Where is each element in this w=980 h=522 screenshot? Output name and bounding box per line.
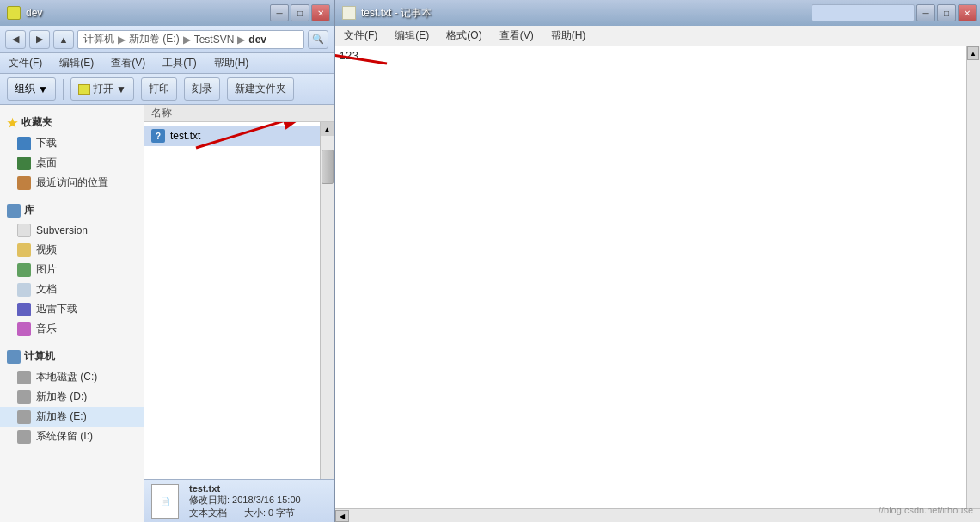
explorer-title-controls: ─ □ ✕ bbox=[270, 4, 330, 21]
path-part-4: dev bbox=[248, 34, 266, 46]
notepad-menu-help[interactable]: 帮助(H) bbox=[548, 27, 590, 45]
path-part-1: 计算机 bbox=[83, 32, 114, 46]
computer-header: 计算机 bbox=[0, 346, 144, 367]
new-folder-label: 新建文件夹 bbox=[235, 82, 286, 96]
notepad-title-text: test.txt - 记事本 bbox=[361, 6, 432, 21]
notepad-title-left: test.txt - 记事本 bbox=[342, 6, 432, 21]
status-modified: 修改日期: 2018/3/16 15:00 bbox=[189, 494, 301, 507]
video-icon bbox=[17, 243, 31, 257]
explorer-close-btn[interactable]: ✕ bbox=[311, 4, 330, 21]
status-info: test.txt 修改日期: 2018/3/16 15:00 文本文档 大小: … bbox=[189, 483, 301, 519]
status-filename: test.txt bbox=[189, 483, 301, 494]
path-part-3: TestSVN bbox=[194, 34, 235, 46]
explorer-title-text: dev bbox=[26, 7, 42, 19]
sidebar-item-c-drive[interactable]: 本地磁盘 (C:) bbox=[0, 367, 144, 387]
status-type: 文本文档 bbox=[189, 507, 227, 519]
organize-btn[interactable]: 组织 ▼ bbox=[7, 77, 56, 101]
status-bar: 📄 test.txt 修改日期: 2018/3/16 15:00 文本文档 大小… bbox=[144, 479, 334, 522]
notepad-hscrollbar[interactable]: ◀ bbox=[335, 508, 980, 522]
sidebar-item-thunder[interactable]: 迅雷下载 bbox=[0, 299, 144, 319]
notepad-menu-file[interactable]: 文件(F) bbox=[340, 27, 381, 45]
organize-label: 组织 bbox=[15, 82, 35, 96]
notepad-text: 123 bbox=[339, 50, 358, 63]
sidebar-item-documents[interactable]: 文档 bbox=[0, 279, 144, 299]
address-path[interactable]: 计算机 ▶ 新加卷 (E:) ▶ TestSVN ▶ dev bbox=[77, 30, 304, 49]
status-size: 大小: 0 字节 bbox=[244, 507, 295, 519]
sidebar-item-recent[interactable]: 最近访问的位置 bbox=[0, 173, 144, 193]
print-btn[interactable]: 打印 bbox=[141, 77, 177, 101]
menu-edit[interactable]: 编辑(E) bbox=[56, 54, 97, 72]
explorer-pane: dev ─ □ ✕ ◀ ▶ ▲ 计算机 ▶ 新加卷 (E:) ▶ TestSVN… bbox=[0, 0, 335, 522]
sidebar-item-e-drive[interactable]: 新加卷 (E:) bbox=[0, 407, 144, 427]
explorer-menu-bar: 文件(F) 编辑(E) 查看(V) 工具(T) 帮助(H) bbox=[0, 53, 334, 74]
scroll-up-btn[interactable]: ▲ bbox=[321, 122, 334, 136]
explorer-maximize-btn[interactable]: □ bbox=[291, 4, 309, 21]
video-label: 视频 bbox=[36, 243, 57, 257]
i-drive-label: 系统保留 (I:) bbox=[36, 429, 93, 444]
menu-tools[interactable]: 工具(T) bbox=[159, 54, 199, 72]
address-bar: ◀ ▶ ▲ 计算机 ▶ 新加卷 (E:) ▶ TestSVN ▶ dev 🔍 bbox=[0, 26, 334, 53]
menu-file[interactable]: 文件(F) bbox=[5, 54, 46, 72]
c-drive-label: 本地磁盘 (C:) bbox=[36, 370, 97, 384]
file-list-scrollbar[interactable]: ▲ bbox=[320, 122, 334, 479]
notepad-scroll-up[interactable]: ▲ bbox=[967, 46, 979, 60]
notepad-minimize-btn[interactable]: ─ bbox=[916, 4, 935, 21]
file-list: ? test.txt bbox=[144, 122, 320, 479]
notepad-search-bar[interactable] bbox=[812, 4, 915, 21]
notepad-scrollbar[interactable]: ▲ bbox=[966, 46, 980, 508]
search-btn[interactable]: 🔍 bbox=[308, 30, 328, 49]
sidebar-item-video[interactable]: 视频 bbox=[0, 240, 144, 260]
music-icon bbox=[17, 322, 31, 336]
pictures-icon bbox=[17, 263, 31, 277]
back-btn[interactable]: ◀ bbox=[5, 30, 26, 49]
forward-btn[interactable]: ▶ bbox=[29, 30, 50, 49]
e-drive-icon bbox=[17, 410, 31, 424]
documents-label: 文档 bbox=[36, 282, 57, 297]
sidebar-item-music[interactable]: 音乐 bbox=[0, 319, 144, 339]
open-label: 打开 bbox=[93, 82, 113, 96]
file-item-test-txt[interactable]: ? test.txt bbox=[144, 126, 320, 146]
explorer-title-left: dev bbox=[7, 6, 42, 20]
sidebar-item-downloads[interactable]: 下载 bbox=[0, 133, 144, 153]
notepad-menu-format[interactable]: 格式(O) bbox=[443, 27, 485, 45]
sidebar-item-pictures[interactable]: 图片 bbox=[0, 260, 144, 279]
scroll-thumb[interactable] bbox=[322, 150, 334, 184]
new-folder-btn[interactable]: 新建文件夹 bbox=[227, 77, 294, 101]
sidebar-item-desktop[interactable]: 桌面 bbox=[0, 153, 144, 173]
library-icon bbox=[7, 204, 21, 218]
up-btn[interactable]: ▲ bbox=[53, 30, 74, 49]
nav-sidebar: ★ 收藏夹 下载 桌面 最近访问的位置 bbox=[0, 105, 144, 522]
file-area: 名称 ? test.txt bbox=[144, 105, 334, 522]
star-icon: ★ bbox=[7, 116, 18, 130]
open-btn[interactable]: 打开 ▼ bbox=[70, 77, 134, 101]
notepad-maximize-btn[interactable]: □ bbox=[937, 4, 956, 21]
explorer-content: ★ 收藏夹 下载 桌面 最近访问的位置 bbox=[0, 105, 334, 522]
explorer-title-icon bbox=[7, 6, 21, 20]
sidebar-item-i-drive[interactable]: 系统保留 (I:) bbox=[0, 427, 144, 446]
notepad-menu-edit[interactable]: 编辑(E) bbox=[391, 27, 432, 45]
menu-view[interactable]: 查看(V) bbox=[107, 54, 149, 72]
favorites-label: 收藏夹 bbox=[21, 115, 52, 130]
notepad-menu-view[interactable]: 查看(V) bbox=[496, 27, 537, 45]
notepad-content[interactable]: 123 bbox=[335, 46, 966, 508]
notepad-title-controls: ─ □ ✕ bbox=[812, 4, 977, 21]
notepad-editor-area: 123 ▲ bbox=[335, 46, 980, 508]
notepad-app-icon bbox=[342, 6, 356, 20]
burn-btn[interactable]: 刻录 bbox=[184, 77, 220, 101]
music-label: 音乐 bbox=[36, 322, 57, 336]
downloads-label: 下载 bbox=[36, 136, 57, 150]
desktop-label: 桌面 bbox=[36, 156, 57, 170]
explorer-minimize-btn[interactable]: ─ bbox=[270, 4, 289, 21]
notepad-close-btn[interactable]: ✕ bbox=[958, 4, 977, 21]
recent-label: 最近访问的位置 bbox=[36, 175, 108, 190]
d-drive-icon bbox=[17, 390, 31, 404]
open-arrow: ▼ bbox=[116, 83, 126, 95]
notepad-pane: test.txt - 记事本 ─ □ ✕ 文件(F) 编辑(E) 格式(O) 查… bbox=[335, 0, 980, 522]
notepad-hscroll-left[interactable]: ◀ bbox=[335, 510, 349, 522]
sidebar-item-subversion[interactable]: Subversion bbox=[0, 221, 144, 240]
c-drive-icon bbox=[17, 371, 31, 384]
sidebar-item-d-drive[interactable]: 新加卷 (D:) bbox=[0, 387, 144, 407]
thunder-icon bbox=[17, 303, 31, 316]
menu-help[interactable]: 帮助(H) bbox=[211, 54, 253, 72]
burn-label: 刻录 bbox=[192, 82, 212, 96]
